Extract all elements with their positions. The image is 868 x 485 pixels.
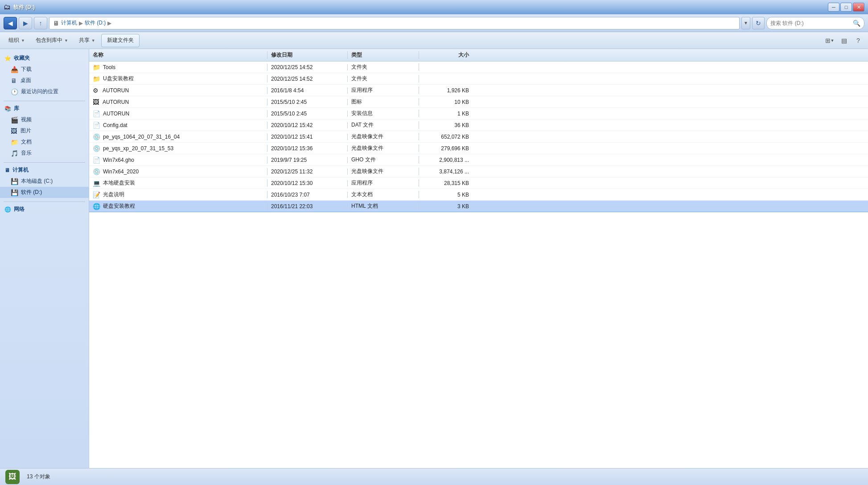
close-button[interactable]: ✕ [853, 3, 864, 12]
file-name-cell: 📁 U盘安装教程 [89, 75, 267, 82]
c-drive-icon: 💾 [11, 178, 18, 185]
table-row[interactable]: 💿 Win7x64_2020 2020/12/25 11:32 光盘映像文件 3… [89, 166, 868, 177]
address-dropdown[interactable]: ▼ [741, 17, 750, 29]
titlebar-controls: ─ □ ✕ [828, 3, 864, 12]
table-row[interactable]: 🌐 硬盘安装教程 2016/11/21 22:03 HTML 文档 3 KB [89, 201, 868, 212]
column-name[interactable]: 名称 [89, 51, 267, 59]
sidebar-item-c-drive[interactable]: 💾 本地磁盘 (C:) [0, 176, 89, 187]
sidebar-network-header[interactable]: 🌐 网络 [0, 204, 89, 215]
file-type-cell: 应用程序 [348, 86, 419, 94]
star-icon: ⭐ [4, 55, 11, 62]
file-type-cell: 安装信息 [348, 110, 419, 117]
sidebar-item-desktop[interactable]: 🖥 桌面 [0, 75, 89, 86]
sidebar-favorites-header[interactable]: ⭐ 收藏夹 [0, 53, 89, 64]
refresh-button[interactable]: ↻ [752, 17, 765, 29]
table-row[interactable]: 🖼 AUTORUN 2015/5/10 2:45 图标 10 KB [89, 96, 868, 108]
file-date-cell: 2020/10/12 15:41 [267, 134, 348, 140]
file-name: pe_yqs_1064_20_07_31_16_04 [103, 134, 180, 140]
file-type-cell: DAT 文件 [348, 121, 419, 129]
table-row[interactable]: 📄 AUTORUN 2015/5/10 2:45 安装信息 1 KB [89, 108, 868, 119]
sidebar-library-header[interactable]: 📚 库 [0, 103, 89, 114]
up-button[interactable]: ↑ [34, 17, 47, 29]
column-type[interactable]: 类型 [348, 51, 419, 59]
file-icon: 📁 [93, 75, 100, 82]
file-name: pe_yqs_xp_20_07_31_15_53 [103, 145, 173, 152]
table-row[interactable]: 💿 pe_yqs_xp_20_07_31_15_53 2020/10/12 15… [89, 143, 868, 154]
back-button[interactable]: ◀ [4, 17, 17, 29]
help-icon: ? [856, 37, 860, 44]
sidebar-item-video[interactable]: 🎬 视频 [0, 114, 89, 125]
column-size[interactable]: 大小 [419, 51, 473, 59]
organize-button[interactable]: 组织 ▼ [4, 34, 30, 47]
file-date-cell: 2020/12/25 14:52 [267, 64, 348, 70]
music-icon: 🎵 [11, 150, 18, 157]
file-name-cell: 💿 Win7x64_2020 [89, 168, 267, 175]
path-drive[interactable]: 软件 (D:) [85, 19, 106, 27]
file-icon: 💿 [93, 168, 100, 175]
file-name-cell: ⚙ AUTORUN [89, 87, 267, 94]
titlebar-left: 🗂 软件 (D:) [4, 3, 35, 11]
minimize-button[interactable]: ─ [828, 3, 839, 12]
sidebar-item-d-drive[interactable]: 💾 软件 (D:) [0, 187, 89, 198]
file-list-area[interactable]: 名称 修改日期 类型 大小 📁 Tools 2020/12/25 14:52 文… [89, 49, 868, 468]
sidebar-divider-1 [4, 101, 85, 101]
sidebar-item-documents[interactable]: 📁 文档 [0, 136, 89, 148]
view-dropdown-button[interactable]: ⊞ ▼ [823, 34, 836, 47]
sidebar-computer-header[interactable]: 🖥 计算机 [0, 164, 89, 176]
help-button[interactable]: ? [852, 34, 864, 47]
table-row[interactable]: 📄 Win7x64.gho 2019/9/7 19:25 GHO 文件 2,90… [89, 154, 868, 166]
new-folder-button[interactable]: 新建文件夹 [101, 34, 140, 47]
desktop-icon: 🖥 [11, 77, 18, 84]
table-row[interactable]: 📝 光盘说明 2016/10/23 7:07 文本文档 5 KB [89, 189, 868, 201]
addressbar: ◀ ▶ ↑ 🖥 计算机 ▶ 软件 (D:) ▶ ▼ ↻ 🔍 [0, 14, 868, 32]
search-input[interactable] [770, 20, 851, 26]
table-row[interactable]: 📄 Config.dat 2020/10/12 15:42 DAT 文件 36 … [89, 119, 868, 131]
column-date[interactable]: 修改日期 [267, 51, 348, 59]
path-computer[interactable]: 计算机 [61, 19, 77, 27]
file-date-cell: 2015/5/10 2:45 [267, 99, 348, 105]
file-date-cell: 2016/11/21 22:03 [267, 203, 348, 210]
file-date-cell: 2016/1/8 4:54 [267, 87, 348, 94]
file-name-cell: 📝 光盘说明 [89, 191, 267, 198]
search-icon[interactable]: 🔍 [853, 20, 860, 27]
preview-pane-button[interactable]: ▤ [838, 34, 850, 47]
file-type-cell: 光盘映像文件 [348, 133, 419, 140]
address-path[interactable]: 🖥 计算机 ▶ 软件 (D:) ▶ [49, 17, 740, 29]
file-type-cell: 图标 [348, 98, 419, 106]
file-type-cell: 文本文档 [348, 191, 419, 198]
file-type-cell: 文件夹 [348, 63, 419, 71]
table-row[interactable]: 📁 U盘安装教程 2020/12/25 14:52 文件夹 [89, 73, 868, 85]
share-button[interactable]: 共享 ▼ [74, 34, 100, 47]
sidebar-item-recent[interactable]: 🕐 最近访问的位置 [0, 86, 89, 97]
organize-arrow: ▼ [21, 38, 25, 43]
sidebar-item-pictures[interactable]: 🖼 图片 [0, 125, 89, 136]
file-date-cell: 2020/10/12 15:36 [267, 145, 348, 152]
file-name: Win7x64_2020 [103, 169, 139, 175]
table-row[interactable]: 💻 本地硬盘安装 2020/10/12 15:30 应用程序 28,315 KB [89, 177, 868, 189]
sidebar-item-music[interactable]: 🎵 音乐 [0, 148, 89, 159]
table-row[interactable]: 📁 Tools 2020/12/25 14:52 文件夹 [89, 62, 868, 73]
file-date-cell: 2020/10/12 15:30 [267, 180, 348, 186]
include-button[interactable]: 包含到库中 ▼ [31, 34, 73, 47]
file-icon: 📄 [93, 156, 100, 164]
sidebar-item-downloads[interactable]: 📥 下载 [0, 64, 89, 75]
file-type-cell: GHO 文件 [348, 156, 419, 164]
computer-label: 计算机 [12, 166, 29, 174]
up-icon: ↑ [39, 20, 42, 27]
maximize-button[interactable]: □ [840, 3, 852, 12]
file-name: AUTORUN [103, 87, 129, 94]
forward-button[interactable]: ▶ [19, 17, 32, 29]
file-name-cell: 💻 本地硬盘安装 [89, 179, 267, 187]
file-name-cell: 📄 Config.dat [89, 122, 267, 129]
pictures-label: 图片 [21, 127, 31, 135]
back-icon: ◀ [8, 20, 13, 27]
file-name: 本地硬盘安装 [103, 179, 135, 187]
titlebar-title: 软件 (D:) [13, 4, 35, 11]
forward-icon: ▶ [23, 20, 28, 27]
computer-nav-icon: 🖥 [4, 167, 10, 173]
search-box[interactable]: 🔍 [766, 17, 864, 29]
table-row[interactable]: 💿 pe_yqs_1064_20_07_31_16_04 2020/10/12 … [89, 131, 868, 143]
file-size-cell: 5 KB [419, 192, 473, 198]
table-row[interactable]: ⚙ AUTORUN 2016/1/8 4:54 应用程序 1,926 KB [89, 85, 868, 96]
toolbar-right: ⊞ ▼ ▤ ? [823, 34, 864, 47]
